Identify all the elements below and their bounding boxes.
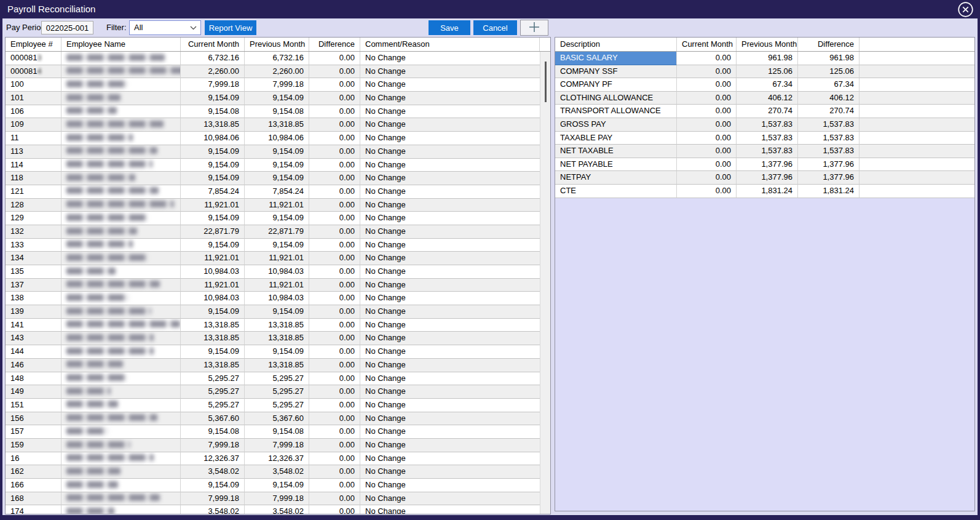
comment-cell[interactable]: No Change [360,265,540,279]
employee-grid-scrollbar[interactable] [540,52,550,514]
difference-cell[interactable]: 0.00 [309,265,360,279]
difference-cell[interactable]: 0.00 [309,212,360,225]
employee-row[interactable]: 1597,999.187,999.180.00No Change [6,439,540,452]
employee-name-cell[interactable] [61,65,181,79]
current-month-cell[interactable]: 9,154.08 [181,425,245,439]
employee-row[interactable]: 10913,318.8513,318.850.00No Change [6,118,540,132]
difference-cell[interactable]: 1,831.24 [798,185,859,198]
employee-name-cell[interactable] [61,132,181,145]
save-button[interactable]: Save [429,20,470,35]
employee-name-cell[interactable] [61,145,181,159]
employee-number-cell[interactable]: 146 [6,359,61,372]
employee-number-cell[interactable]: 132 [6,225,61,239]
description-cell[interactable]: NET PAYABLE [555,158,677,172]
cancel-button[interactable]: Cancel [473,20,517,35]
employee-name-cell[interactable] [61,172,181,185]
current-month-cell[interactable]: 11,921.01 [181,279,245,292]
summary-row[interactable]: NET PAYABLE0.001,377.961,377.96 [555,158,974,172]
scrollbar-thumb[interactable] [545,62,547,102]
summary-row[interactable]: BASIC SALARY0.00961.98961.98 [555,52,974,65]
description-cell[interactable]: CLOTHING ALLOWANCE [555,92,677,105]
summary-row[interactable]: COMPANY PF0.0067.3467.34 [555,78,974,92]
employee-name-cell[interactable] [61,505,181,514]
previous-month-cell[interactable]: 9,154.09 [245,172,309,185]
previous-month-cell[interactable]: 5,367.60 [245,412,309,426]
previous-month-cell[interactable]: 9,154.08 [245,425,309,439]
comment-cell[interactable]: No Change [360,439,540,452]
comment-cell[interactable]: No Change [360,172,540,185]
employee-name-cell[interactable] [61,332,181,345]
difference-cell[interactable]: 0.00 [309,425,360,439]
current-month-cell[interactable]: 0.00 [677,78,737,92]
previous-month-cell[interactable]: 13,318.85 [245,118,309,132]
difference-cell[interactable]: 0.00 [309,345,360,359]
comment-cell[interactable]: No Change [360,252,540,265]
comment-cell[interactable]: No Change [360,199,540,212]
employee-name-cell[interactable] [61,319,181,332]
difference-cell[interactable]: 0.00 [309,185,360,199]
employee-name-cell[interactable] [61,412,181,426]
employee-row[interactable]: 14613,318.8513,318.850.00No Change [6,359,540,372]
current-month-cell[interactable]: 7,854.24 [181,185,245,199]
current-month-cell[interactable]: 0.00 [677,118,737,132]
employee-row[interactable]: 1743,548.023,548.020.00No Change [6,505,540,514]
pay-period-field[interactable] [41,21,93,34]
add-button[interactable] [520,20,548,36]
close-button[interactable] [957,1,974,18]
employee-number-cell[interactable]: 139 [6,305,61,319]
previous-month-cell[interactable]: 5,295.27 [245,372,309,386]
employee-name-cell[interactable] [61,105,181,119]
difference-cell[interactable]: 0.00 [309,145,360,159]
summary-row[interactable]: GROSS PAY0.001,537.831,537.83 [555,118,974,132]
employee-name-cell[interactable] [61,225,181,239]
employee-name-cell[interactable] [61,252,181,265]
employee-number-cell[interactable]: 151 [6,399,61,412]
description-cell[interactable]: TRANSPORT ALLOWANCE [555,105,677,118]
employee-name-cell[interactable] [61,425,181,439]
employee-row[interactable]: 1515,295.275,295.270.00No Change [6,399,540,412]
employee-name-cell[interactable] [61,439,181,452]
employee-row[interactable]: 1217,854.247,854.240.00No Change [6,185,540,199]
current-month-cell[interactable]: 7,999.18 [181,492,245,506]
employee-name-cell[interactable] [61,385,181,399]
previous-month-cell[interactable]: 22,871.79 [245,225,309,239]
header-previous-month[interactable]: Previous Month [737,38,798,51]
header-difference[interactable]: Difference [798,38,859,51]
current-month-cell[interactable]: 9,154.09 [181,92,245,105]
header-comment-reason[interactable]: Comment/Reason [360,38,540,51]
comment-cell[interactable]: No Change [360,78,540,92]
previous-month-cell[interactable]: 1,537.83 [737,118,798,132]
comment-cell[interactable]: No Change [360,239,540,252]
difference-cell[interactable]: 270.74 [798,105,859,118]
difference-cell[interactable]: 961.98 [798,52,859,65]
comment-cell[interactable]: No Change [360,279,540,292]
employee-row[interactable]: 1069,154.089,154.080.00No Change [6,105,540,119]
comment-cell[interactable]: No Change [360,332,540,345]
employee-row[interactable]: 13510,984.0310,984.030.00No Change [6,265,540,279]
employee-number-cell[interactable]: 144 [6,345,61,359]
current-month-cell[interactable]: 13,318.85 [181,118,245,132]
employee-number-cell[interactable]: 121 [6,185,61,199]
previous-month-cell[interactable]: 11,921.01 [245,252,309,265]
employee-row[interactable]: 1579,154.089,154.080.00No Change [6,425,540,439]
difference-cell[interactable]: 0.00 [309,52,360,65]
current-month-cell[interactable]: 5,295.27 [181,372,245,386]
previous-month-cell[interactable]: 7,854.24 [245,185,309,199]
summary-row[interactable]: NETPAY0.001,377.961,377.96 [555,171,974,185]
difference-cell[interactable]: 0.00 [309,78,360,92]
difference-cell[interactable]: 0.00 [309,132,360,145]
previous-month-cell[interactable]: 67.34 [737,78,798,92]
employee-row[interactable]: 1007,999.187,999.180.00No Change [6,78,540,92]
difference-cell[interactable]: 0.00 [309,305,360,319]
current-month-cell[interactable]: 0.00 [677,132,737,145]
current-month-cell[interactable]: 2,260.00 [181,65,245,79]
employee-name-cell[interactable] [61,399,181,412]
comment-cell[interactable]: No Change [360,465,540,479]
employee-name-cell[interactable] [61,265,181,279]
difference-cell[interactable]: 67.34 [798,78,859,92]
comment-cell[interactable]: No Change [360,425,540,439]
employee-name-cell[interactable] [61,239,181,252]
difference-cell[interactable]: 0.00 [309,465,360,479]
employee-name-cell[interactable] [61,305,181,319]
employee-row[interactable]: 13411,921.0111,921.010.00No Change [6,252,540,265]
